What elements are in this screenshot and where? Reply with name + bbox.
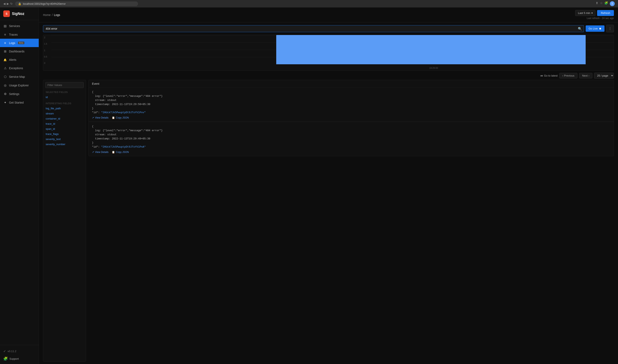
search-icon[interactable]: 🔍	[578, 27, 582, 30]
fields-panel: SELECTED FIELDS id INTERESTING FIELDS lo…	[43, 80, 86, 362]
lock-icon: 🔒	[18, 2, 21, 5]
sidebar-item-get-started[interactable]: ✦ Get Started	[0, 98, 39, 107]
log-section: SELECTED FIELDS id INTERESTING FIELDS lo…	[39, 80, 618, 364]
search-input[interactable]	[43, 25, 584, 32]
prev-icon: ‹	[562, 74, 563, 77]
sidebar-item-label: Dashboards	[9, 50, 25, 53]
event-json-1: { log: {"level":"error","message":"404 e…	[92, 90, 610, 115]
fields-filter-input[interactable]	[45, 82, 84, 88]
view-details-button-1[interactable]: ↗ View Details	[92, 116, 108, 119]
sidebar-item-label: Service Map	[9, 75, 25, 78]
event-actions-2: ↗ View Details 📋 Copy JSON	[92, 151, 610, 154]
refresh-browser-icon[interactable]: ↻	[10, 2, 13, 5]
breadcrumb-home[interactable]: Home	[43, 13, 51, 17]
events-panel: Event { log: {"level":"error","message":…	[89, 80, 614, 362]
go-live-button[interactable]: Go Live ⏺	[586, 25, 605, 32]
forward-icon[interactable]: ▶	[7, 2, 9, 5]
goto-latest-button[interactable]: ⏮ Go to latest	[540, 74, 558, 77]
sidebar-item-services[interactable]: ▤ Services	[0, 22, 39, 30]
previous-button[interactable]: ‹ Previous	[559, 73, 578, 78]
field-item-id[interactable]: id	[43, 95, 86, 100]
sidebar-bottom: ✓ v0.11.2 🧩 Support ‹	[0, 345, 39, 364]
event-actions-1: ↗ View Details 📋 Copy JSON	[92, 116, 610, 119]
live-icon: ⏺	[599, 27, 602, 30]
chart-x-label: 19:29:00	[429, 67, 438, 69]
topbar-actions: Last 5 min ▾ Refresh	[575, 10, 614, 16]
field-item-trace-id[interactable]: trace_id	[43, 121, 86, 126]
version-check-icon: ✓	[3, 349, 6, 353]
sidebar-collapse-button[interactable]: ‹	[0, 363, 39, 364]
sidebar-item-dashboards[interactable]: ⊞ Dashboards	[0, 47, 39, 56]
extensions-icon[interactable]: 🧩	[604, 1, 608, 6]
services-icon: ▤	[3, 24, 7, 28]
breadcrumb-current: Logs	[54, 13, 60, 17]
field-item-severity-number[interactable]: severity_number	[43, 142, 86, 147]
url-text: localhost:3301/logs?q=404%20error	[23, 2, 66, 5]
field-item-span-id[interactable]: span_id	[43, 126, 86, 131]
field-name: log_file_path	[46, 107, 61, 110]
view-details-button-2[interactable]: ↗ View Details	[92, 151, 108, 154]
sidebar-item-usage-explorer[interactable]: ◎ Usage Explorer	[0, 81, 39, 90]
sidebar-item-service-map[interactable]: ⬡ Service Map	[0, 72, 39, 81]
next-button[interactable]: Next ›	[579, 73, 592, 78]
sidebar-item-settings[interactable]: ⚙ Settings	[0, 90, 39, 98]
back-icon[interactable]: ◀	[3, 2, 6, 5]
field-item-severity-text[interactable]: severity_text	[43, 137, 86, 142]
per-page-select[interactable]: 25 / page	[594, 73, 614, 79]
share-icon[interactable]: ⬆	[596, 1, 598, 6]
browser-chrome: ◀ ▶ ↻ 🔒 localhost:3301/logs?q=404%20erro…	[0, 0, 618, 8]
usage-explorer-icon: ◎	[3, 84, 7, 87]
beta-badge: Beta	[18, 41, 24, 44]
sidebar-item-traces[interactable]: ≡ Traces	[0, 30, 39, 39]
version-text: v0.11.2	[8, 350, 16, 353]
sidebar: S SigNoz ▤ Services ≡ Traces ≡ Logs Beta	[0, 8, 39, 364]
sidebar-item-label: Usage Explorer	[9, 84, 29, 87]
table-row: { log: {"level":"error","message":"404 e…	[89, 87, 614, 122]
copy-json-button-2[interactable]: 📋 Copy JSON	[112, 151, 129, 154]
table-row: { log: {"level":"error","message":"404 e…	[89, 122, 614, 156]
y-label-1-5: 1.5	[44, 43, 50, 45]
field-name: trace_id	[46, 122, 55, 125]
field-item-stream[interactable]: stream	[43, 111, 86, 116]
y-label-2: 2	[44, 36, 50, 39]
profile-icon[interactable]: S	[610, 1, 615, 6]
refresh-button[interactable]: Refresh	[597, 10, 614, 16]
y-label-1: 1	[44, 49, 50, 52]
sidebar-item-exceptions[interactable]: ⚠ Exceptions	[0, 64, 39, 72]
sidebar-item-label: Exceptions	[9, 66, 23, 70]
copy-json-button-1[interactable]: 📋 Copy JSON	[112, 116, 129, 119]
sidebar-item-logs[interactable]: ≡ Logs Beta	[0, 39, 39, 47]
more-options-button[interactable]: ⋮	[606, 25, 614, 32]
logo-icon: S	[3, 11, 10, 17]
support-label: Support	[9, 357, 19, 360]
more-icon: ⋮	[608, 27, 612, 30]
time-range-label: Last 5 min	[578, 12, 590, 14]
expand-icon: ↗	[92, 116, 94, 119]
browser-nav[interactable]: ◀ ▶ ↻	[3, 2, 13, 5]
time-range-select[interactable]: Last 5 min ▾	[575, 10, 595, 16]
field-name: severity_number	[46, 143, 65, 146]
field-item-container-id[interactable]: container_id	[43, 116, 86, 121]
breadcrumb: Home / Logs	[43, 13, 60, 17]
url-bar[interactable]: 🔒 localhost:3301/logs?q=404%20error	[15, 1, 138, 6]
y-label-0: 0	[44, 62, 50, 64]
main-content: Home / Logs Last 5 min ▾ Refresh Last re…	[39, 8, 618, 364]
sidebar-support[interactable]: 🧩 Support	[0, 355, 39, 363]
sidebar-item-alerts[interactable]: 🔔 Alerts	[0, 56, 39, 64]
alerts-icon: 🔔	[3, 58, 7, 61]
bookmark-icon[interactable]: ☆	[600, 1, 603, 6]
copy-icon: 📋	[112, 116, 115, 119]
exceptions-icon: ⚠	[3, 66, 7, 70]
chart-area: 2 1.5 1 0.5 0 19:2	[39, 32, 618, 71]
get-started-icon: ✦	[3, 101, 7, 104]
logo-text: SigNoz	[12, 12, 24, 16]
dashboards-icon: ⊞	[3, 50, 7, 53]
field-item-trace-flags[interactable]: trace_flags	[43, 131, 86, 137]
view-details-label: View Details	[95, 116, 108, 119]
view-details-label: View Details	[95, 151, 108, 154]
field-name: stream	[46, 112, 54, 115]
chart-wrap: 2 1.5 1 0.5 0 19:2	[43, 35, 614, 71]
y-label-0-5: 0.5	[44, 55, 50, 58]
support-icon: 🧩	[3, 356, 8, 361]
field-item-log-file-path[interactable]: log_file_path	[43, 106, 86, 111]
